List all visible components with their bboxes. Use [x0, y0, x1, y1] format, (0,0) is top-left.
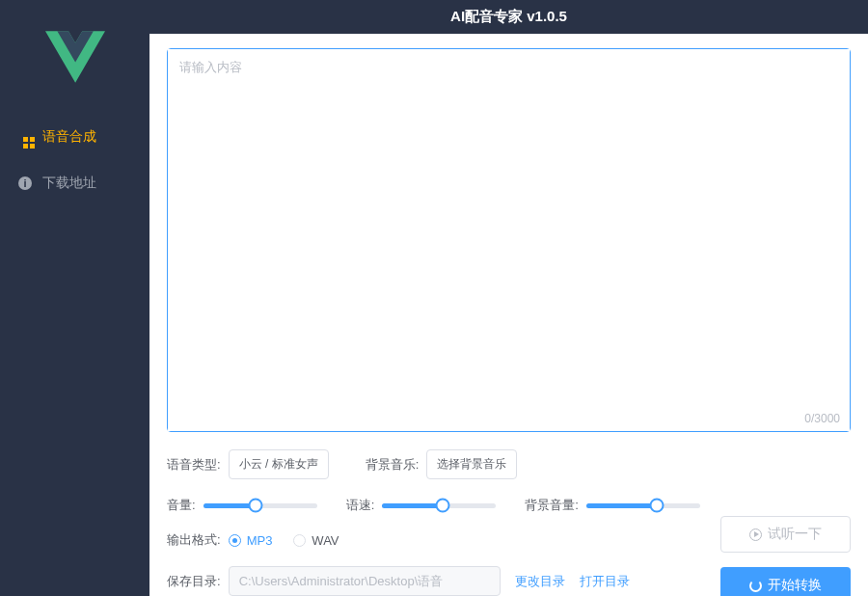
play-icon: [749, 528, 762, 541]
sidebar-item-download[interactable]: i 下载地址: [0, 160, 149, 206]
voice-type-label: 语音类型:: [167, 456, 221, 474]
voice-type-select[interactable]: 小云 / 标准女声: [229, 449, 329, 479]
page-title: AI配音专家 v1.0.5: [450, 8, 567, 26]
sidebar-item-label: 语音合成: [42, 128, 96, 146]
content-input[interactable]: [168, 49, 850, 431]
text-editor-wrap: 0/3000: [167, 48, 851, 432]
bg-music-label: 背景音乐:: [366, 456, 420, 474]
char-count: 0/3000: [804, 412, 840, 425]
volume-label: 音量:: [167, 497, 196, 514]
open-dir-link[interactable]: 打开目录: [580, 573, 630, 590]
convert-button[interactable]: 开始转换: [720, 567, 851, 596]
bg-volume-label: 背景音量:: [525, 497, 579, 514]
sidebar-item-tts[interactable]: 语音合成: [0, 114, 149, 160]
preview-button[interactable]: 试听一下: [720, 516, 851, 553]
vue-logo-icon: [45, 31, 105, 83]
radio-wav[interactable]: WAV: [293, 533, 339, 548]
main-content: 0/3000 语音类型: 小云 / 标准女声 背景音乐: 选择背景音乐 音量: …: [149, 34, 868, 596]
change-dir-link[interactable]: 更改目录: [515, 573, 565, 590]
row-sliders: 音量: 语速: 背景音量: 试听一下: [167, 497, 851, 514]
right-area: AI配音专家 v1.0.5 0/3000 语音类型: 小云 / 标准女声 背景音…: [149, 0, 868, 596]
bg-volume-slider[interactable]: [586, 503, 700, 508]
row-voice-bgm: 语音类型: 小云 / 标准女声 背景音乐: 选择背景音乐: [167, 449, 851, 479]
refresh-icon: [749, 580, 762, 592]
info-icon: i: [17, 176, 33, 191]
sidebar-item-label: 下载地址: [42, 175, 96, 192]
speed-label: 语速:: [346, 497, 375, 514]
save-dir-label: 保存目录:: [167, 573, 221, 590]
logo-area: [0, 0, 149, 114]
output-format-label: 输出格式:: [167, 531, 221, 549]
grid-icon: [17, 129, 33, 145]
radio-mp3[interactable]: MP3: [229, 533, 273, 548]
sidebar: 语音合成 i 下载地址: [0, 0, 149, 596]
save-dir-input[interactable]: [229, 566, 501, 596]
header: AI配音专家 v1.0.5: [149, 0, 868, 34]
volume-slider[interactable]: [203, 503, 317, 508]
bg-music-select[interactable]: 选择背景音乐: [426, 449, 517, 479]
speed-slider[interactable]: [382, 503, 496, 508]
